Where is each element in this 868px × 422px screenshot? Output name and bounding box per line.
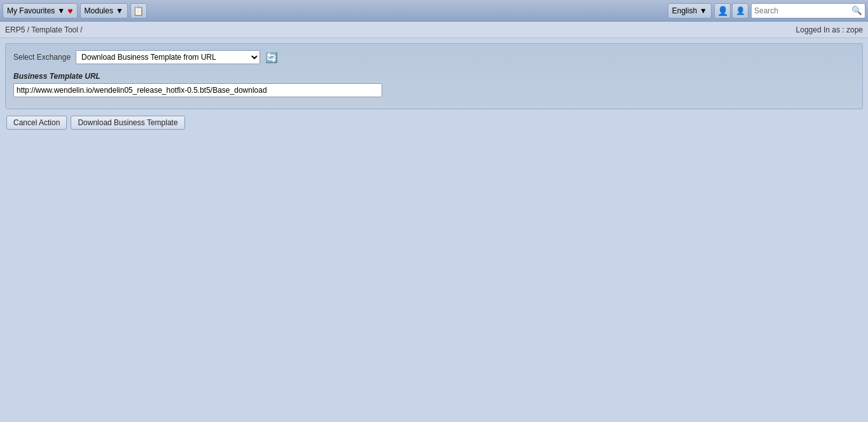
search-button[interactable]: 🔍 [851,6,862,15]
download-business-template-button[interactable]: Download Business Template [71,116,184,130]
person-status-icon: 👤 [736,6,745,15]
navbar-right: English ▼ 👤 👤 🔍 [668,3,865,18]
favourites-label: My Favourites [7,6,55,15]
url-field-label: Business Template URL [13,72,855,81]
select-exchange-row: Select Exchange Download Business Templa… [13,50,855,64]
navbar-left: My Favourites ▼ ♥ Modules ▼ 📋 [3,3,668,18]
search-icon: 🔍 [851,6,862,15]
user-settings-icon[interactable]: 👤 [714,3,731,18]
url-input[interactable] [13,83,382,97]
refresh-icon: 🔄 [265,51,278,64]
modules-dropdown[interactable]: Modules ▼ [80,3,128,18]
refresh-button[interactable]: 🔄 [265,51,278,64]
select-exchange-label: Select Exchange [13,53,71,62]
language-arrow-icon: ▼ [699,6,707,15]
navbar: My Favourites ▼ ♥ Modules ▼ 📋 English ▼ … [0,0,868,22]
breadcrumb-bar: ERP5 / Template Tool / Logged In as : zo… [0,22,868,38]
search-container[interactable]: 🔍 [751,3,865,18]
form-panel: Select Exchange Download Business Templa… [5,43,863,109]
exchange-select[interactable]: Download Business Template from URL [76,50,260,64]
modules-arrow-icon: ▼ [116,6,123,15]
favourites-dropdown[interactable]: My Favourites ▼ ♥ [3,3,78,18]
breadcrumb: ERP5 / Template Tool / [5,25,83,34]
main-content: Select Exchange Download Business Templa… [0,38,868,135]
language-label: English [672,6,697,15]
user-status-icon[interactable]: 👤 [732,3,748,18]
user-icons: 👤 👤 [714,3,748,18]
nav-action-button[interactable]: 📋 [130,3,147,18]
dropdown-arrow-icon: ▼ [57,6,65,15]
heart-icon: ♥ [67,6,72,16]
language-dropdown[interactable]: English ▼ [668,3,712,18]
url-field-section: Business Template URL [13,72,855,97]
action-buttons: Cancel Action Download Business Template [5,116,863,130]
person-icon: 👤 [717,6,728,16]
modules-label: Modules [85,6,113,15]
logged-in-status: Logged In as : zope [796,25,863,34]
nav-action-icon: 📋 [133,6,144,16]
search-input[interactable] [754,6,851,15]
cancel-action-button[interactable]: Cancel Action [6,116,67,130]
